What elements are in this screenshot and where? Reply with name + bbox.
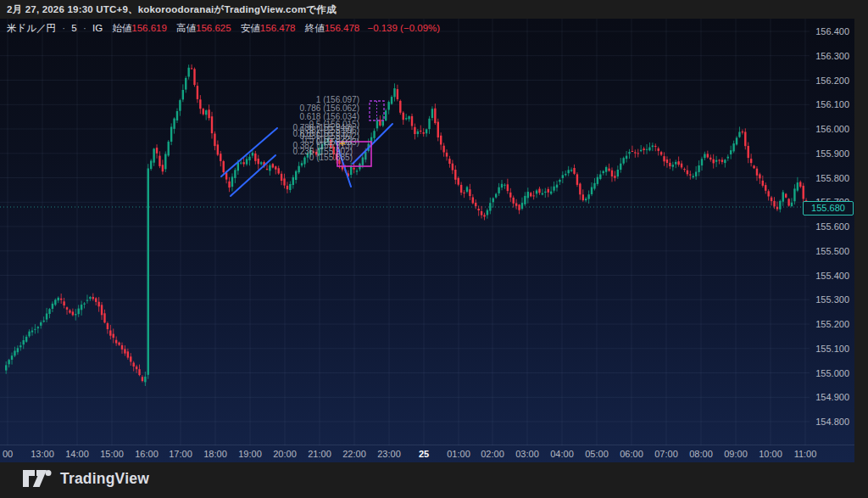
price-axis-label: 155.400 (815, 271, 849, 281)
time-axis-label: 06:00 (620, 449, 643, 459)
price-axis-label: 155.800 (815, 173, 849, 183)
tradingview-snapshot: 2月 27, 2026 19:30 UTC+9、kokoroodoranaiがT… (0, 0, 868, 498)
time-axis-label: 04:00 (550, 449, 574, 459)
low-label: 安値 (241, 23, 260, 33)
time-axis-label: 19:00 (238, 449, 262, 459)
close-label: 終値 (305, 23, 325, 33)
time-axis-label: 09:00 (724, 449, 748, 459)
tradingview-logo[interactable]: TradingView (23, 470, 149, 488)
change-value: −0.139 (−0.09%) (367, 23, 440, 33)
time-axis-label: 08:00 (689, 449, 713, 459)
time-axis-label: 01:00 (447, 449, 470, 459)
close-value: 156.478 (325, 23, 360, 33)
time-axis-label: 07:00 (654, 449, 678, 459)
time-axis-label: 11:00 (794, 449, 817, 459)
price-axis-label: 154.900 (815, 392, 849, 402)
fib-level-label: 0 (155.885) (309, 153, 353, 162)
time-axis-label: 18:00 (203, 449, 227, 459)
time-axis-label: 15:00 (100, 449, 124, 459)
time-axis-label: 13:00 (31, 449, 54, 459)
footer-bar: TradingView (0, 462, 868, 498)
high-value: 156.625 (196, 23, 231, 33)
attribution-bar: 2月 27, 2026 19:30 UTC+9、kokoroodoranaiがT… (0, 0, 868, 19)
price-axis-label: 154.800 (815, 417, 849, 427)
price-axis-label: 155.200 (815, 319, 849, 329)
time-axis-label: 17:00 (169, 449, 192, 459)
tradingview-logo-text: TradingView (60, 470, 149, 488)
time-axis-label: 03:00 (515, 449, 539, 459)
provider-label: IG (92, 23, 103, 33)
price-axis-label: 156.200 (815, 76, 849, 86)
low-value: 156.478 (260, 23, 296, 33)
legend-separator: · (62, 23, 65, 33)
price-axis-label: 156.100 (815, 99, 849, 109)
price-axis-label: 156.400 (815, 26, 849, 36)
time-axis-label: 20:00 (273, 449, 297, 459)
price-axis-label: 155.000 (815, 368, 849, 378)
price-axis-label: 156.300 (815, 51, 849, 61)
time-axis[interactable]: 0013:0014:0015:0016:0017:0018:0019:0020:… (0, 445, 854, 462)
price-axis-label: 155.100 (815, 344, 849, 354)
open-value: 156.619 (131, 23, 167, 33)
time-axis-label: 05:00 (585, 449, 609, 459)
symbol-name[interactable]: 米ドル／円 (7, 23, 56, 33)
last-price-tag: 155.680 (803, 201, 854, 215)
price-axis[interactable]: 156.400156.300156.200156.100156.000155.9… (810, 19, 854, 445)
time-axis-label: 25 (419, 449, 429, 459)
time-axis-label: 14:00 (65, 449, 89, 459)
candlestick-plot[interactable] (0, 19, 854, 462)
time-axis-label: 22:00 (342, 449, 366, 459)
open-label: 始値 (112, 23, 131, 33)
price-axis-label: 155.900 (815, 148, 849, 159)
price-axis-label: 155.600 (815, 221, 849, 232)
time-axis-label: 02:00 (481, 449, 504, 459)
high-label: 高値 (176, 23, 196, 33)
price-axis-label: 155.500 (815, 246, 849, 256)
attribution-text: 2月 27, 2026 19:30 UTC+9、kokoroodoranaiがT… (7, 3, 337, 16)
time-axis-label: 23:00 (377, 449, 401, 459)
price-axis-label: 155.300 (815, 294, 849, 305)
interval-label[interactable]: 5 (71, 23, 76, 33)
legend-separator: · (83, 23, 86, 33)
symbol-legend[interactable]: 米ドル／円 · 5 · IG 始値156.619 高値156.625 安値156… (7, 22, 440, 35)
tradingview-logo-icon (23, 470, 53, 488)
price-axis-label: 156.000 (815, 124, 849, 134)
time-axis-label: 00 (3, 449, 13, 459)
time-axis-label: 21:00 (308, 449, 331, 459)
time-axis-label: 16:00 (135, 449, 159, 459)
time-axis-label: 10:00 (759, 449, 782, 459)
chart-canvas[interactable]: 米ドル／円 · 5 · IG 始値156.619 高値156.625 安値156… (0, 19, 854, 462)
